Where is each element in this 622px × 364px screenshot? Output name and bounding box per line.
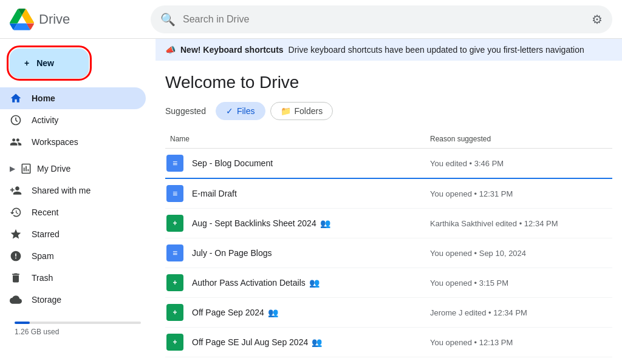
suggested-label: Suggested <box>165 106 206 116</box>
welcome-title: Welcome to Drive <box>165 61 612 102</box>
app-title: Drive <box>39 12 70 27</box>
sidebar-item-label: Spam <box>32 251 54 261</box>
sidebar-item-trash[interactable]: Trash <box>0 267 146 289</box>
doc-icon: ≡ <box>166 244 183 261</box>
file-icon: ≡ <box>165 184 185 203</box>
table-row[interactable]: ≡ E-mail Draft You opened • 12:31 PM <box>165 179 612 209</box>
main-content: 📣 New! Keyboard shortcuts Drive keyboard… <box>156 39 622 364</box>
sidebar-item-recent[interactable]: Recent <box>0 201 146 223</box>
tabs-bar: Suggested ✓ Files 📁 Folders <box>165 102 612 120</box>
sidebar-item-label: Workspaces <box>32 137 78 147</box>
sidebar-item-label: Shared with me <box>32 186 91 195</box>
new-button-wrapper: + New <box>0 44 156 87</box>
doc-icon: ≡ <box>166 155 183 172</box>
col-name-header: Name <box>165 135 430 143</box>
banner-description: Drive keyboard shortcuts have been updat… <box>289 45 584 55</box>
file-name: July - On Page Blogs <box>192 248 430 258</box>
col-reason-header: Reason suggested <box>430 135 612 143</box>
checkmark-icon: ✓ <box>226 106 233 116</box>
storage-icon <box>10 294 22 306</box>
file-name-text: Sep - Blog Document <box>192 158 273 168</box>
file-name-text: Author Pass Activation Details <box>192 278 306 288</box>
filter-icon[interactable]: ⚙ <box>592 12 603 27</box>
file-name-text: Off Page SE Jul Aug Sep 2024 <box>192 337 308 347</box>
spam-icon <box>10 250 22 262</box>
table-row[interactable]: + Aug - Sept Backlinks Sheet 2024 👥 Kart… <box>165 209 612 238</box>
starred-icon <box>10 228 22 240</box>
file-reason: You edited • 3:46 PM <box>430 159 612 168</box>
shared-people-icon: 👥 <box>309 278 320 288</box>
file-name-text: Aug - Sept Backlinks Sheet 2024 <box>192 218 316 228</box>
storage-used-label: 1.26 GB used <box>15 328 59 336</box>
logo-area: Drive <box>10 7 143 32</box>
sidebar-item-label: Recent <box>32 207 58 217</box>
files-tab-label: Files <box>237 106 255 116</box>
sidebar-item-mydrive[interactable]: ▶ My Drive <box>0 158 146 180</box>
search-input[interactable] <box>183 14 584 25</box>
sheet-icon: + <box>166 334 183 351</box>
storage-bar-fill <box>15 322 30 324</box>
tab-folders[interactable]: 📁 Folders <box>270 102 333 120</box>
file-name-text: Off Page Sep 2024 <box>192 308 264 317</box>
sidebar-item-label: Starred <box>32 229 60 239</box>
sidebar-item-workspaces[interactable]: Workspaces <box>0 131 146 153</box>
folders-tab-label: Folders <box>295 106 323 116</box>
sidebar-item-label: Home <box>32 93 55 103</box>
sidebar-item-home[interactable]: Home <box>0 87 146 109</box>
shared-people-icon: 👥 <box>268 308 278 317</box>
drive-logo-icon <box>10 7 34 32</box>
search-icon: 🔍 <box>160 12 176 27</box>
sidebar-item-spam[interactable]: Spam <box>0 245 146 267</box>
sidebar-item-activity[interactable]: Activity <box>0 109 146 131</box>
sheet-icon: + <box>166 304 183 321</box>
table-row[interactable]: + Off Page Sep 2024 👥 Jerome J edited • … <box>165 298 612 328</box>
expand-arrow-icon: ▶ <box>10 164 15 173</box>
sheet-icon: + <box>166 274 183 291</box>
shared-people-icon: 👥 <box>312 337 322 347</box>
file-name: E-mail Draft <box>192 189 430 198</box>
file-reason: Jerome J edited • 12:34 PM <box>430 308 612 317</box>
shared-icon <box>10 184 22 197</box>
doc-icon: ≡ <box>166 185 183 202</box>
file-icon: ≡ <box>165 153 185 173</box>
file-name: Off Page SE Jul Aug Sep 2024 👥 <box>192 337 430 347</box>
home-icon <box>10 92 22 104</box>
shared-people-icon: 👥 <box>320 218 330 228</box>
file-name-text: July - On Page Blogs <box>192 248 272 258</box>
trash-icon <box>10 272 22 284</box>
file-name: Aug - Sept Backlinks Sheet 2024 👥 <box>192 218 430 228</box>
storage-bar <box>15 322 141 324</box>
sidebar-item-storage[interactable]: Storage <box>0 289 146 311</box>
file-reason: Karthika Sakthivel edited • 12:34 PM <box>430 219 612 228</box>
file-icon: ≡ <box>165 243 185 263</box>
file-icon: + <box>165 303 185 322</box>
tab-files[interactable]: ✓ Files <box>216 102 265 120</box>
sidebar: + New Home Activity Workspaces <box>0 39 156 364</box>
file-icon: + <box>165 214 185 233</box>
sidebar-item-starred[interactable]: Starred <box>0 223 146 245</box>
sidebar-item-shared[interactable]: Shared with me <box>0 180 146 201</box>
search-bar[interactable]: 🔍 ⚙ <box>151 5 612 33</box>
workspaces-icon <box>10 136 22 148</box>
file-name-text: E-mail Draft <box>192 189 237 198</box>
sidebar-item-label: Trash <box>32 273 53 283</box>
sheet-icon: + <box>166 215 183 232</box>
new-button[interactable]: + New <box>10 49 89 78</box>
table-row[interactable]: + Off Page SE Jul Aug Sep 2024 👥 You ope… <box>165 328 612 357</box>
notification-banner: 📣 New! Keyboard shortcuts Drive keyboard… <box>156 39 622 61</box>
file-name: Author Pass Activation Details 👥 <box>192 278 430 288</box>
file-reason: You opened • Sep 10, 2024 <box>430 249 612 258</box>
mydrive-icon <box>20 163 32 175</box>
table-row[interactable]: ≡ July - On Page Blogs You opened • Sep … <box>165 238 612 268</box>
storage-info: 1.26 GB used <box>0 311 156 343</box>
file-name: Sep - Blog Document <box>192 158 430 168</box>
file-reason: You opened • 12:31 PM <box>430 189 612 198</box>
file-icon: + <box>165 273 185 292</box>
activity-icon <box>10 114 22 126</box>
table-header: Name Reason suggested <box>165 130 612 149</box>
new-button-label: New <box>36 58 54 68</box>
recent-icon <box>10 206 22 218</box>
table-row[interactable]: + Author Pass Activation Details 👥 You o… <box>165 268 612 298</box>
sidebar-item-label: Activity <box>32 115 58 125</box>
table-row[interactable]: ≡ Sep - Blog Document You edited • 3:46 … <box>165 149 612 179</box>
